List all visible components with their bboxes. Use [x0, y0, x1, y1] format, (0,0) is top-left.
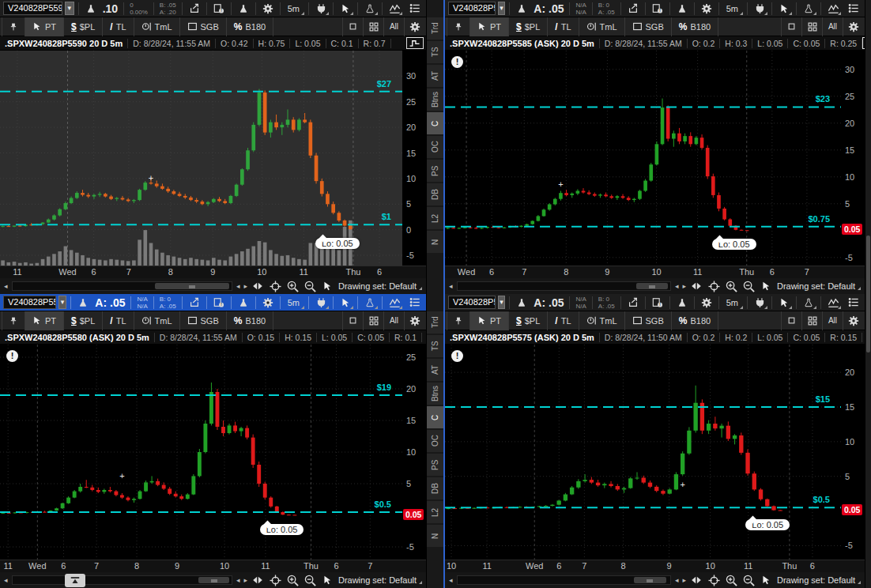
tl-tool-button[interactable]: /TL: [103, 311, 134, 330]
symbol-input[interactable]: V240828P5580: [3, 296, 56, 309]
fit-width-icon[interactable]: [690, 574, 703, 587]
pointer-icon[interactable]: [321, 574, 334, 587]
step-right-icon[interactable]: ▸: [243, 282, 247, 290]
tml-tool-button[interactable]: TmL: [579, 17, 625, 36]
gadget-tab-ts[interactable]: TS: [427, 41, 443, 63]
gadget-tab-db[interactable]: DB: [427, 183, 443, 205]
symbol-input[interactable]: V240828P5590: [3, 2, 62, 15]
chart-scrollbar[interactable]: [12, 281, 232, 291]
sgb-tool-button[interactable]: SGB: [180, 17, 227, 36]
analyze-flask-icon[interactable]: [236, 2, 251, 16]
b180-tool-button[interactable]: %B180: [672, 311, 718, 330]
gadget-tab-at[interactable]: AT: [427, 65, 443, 87]
gadget-tab-at[interactable]: AT: [427, 359, 443, 381]
chart-style-icon[interactable]: [406, 37, 424, 49]
time-axis[interactable]: 11Wed67891011Thu67: [0, 560, 426, 572]
pt-tool-button[interactable]: PT: [470, 17, 509, 36]
timeframe-button[interactable]: 5m: [285, 296, 304, 310]
step-left-icon[interactable]: ◂: [675, 576, 679, 584]
all-button[interactable]: All: [822, 311, 843, 330]
step-left-icon[interactable]: ◂: [236, 576, 240, 584]
gadget-tab-btns[interactable]: Btns: [427, 89, 443, 111]
tml-tool-button[interactable]: TmL: [134, 311, 180, 330]
drawing-flask-icon[interactable]: [801, 296, 816, 310]
settings-gear-icon[interactable]: [699, 2, 715, 16]
timeframe-button[interactable]: 5m: [723, 2, 743, 16]
pin-button[interactable]: [2, 17, 25, 36]
strategy-flask-icon[interactable]: [514, 2, 530, 16]
analyze-flask-icon[interactable]: [674, 296, 690, 310]
detach-button[interactable]: [781, 311, 801, 330]
scroll-left-icon[interactable]: ◂: [449, 282, 453, 290]
symbol-dropdown-button[interactable]: ▾: [498, 296, 505, 309]
chart-menu-icon[interactable]: [846, 2, 862, 16]
tml-tool-button[interactable]: TmL: [579, 311, 625, 330]
b180-tool-button[interactable]: %B180: [227, 311, 273, 330]
connector-icon[interactable]: [313, 2, 329, 16]
app-scrollbar-thumb[interactable]: [866, 236, 870, 353]
gadget-tab-c[interactable]: C: [427, 112, 443, 134]
scrollbar-thumb[interactable]: [636, 283, 668, 289]
zoom-in-icon[interactable]: [725, 280, 738, 293]
connector-icon[interactable]: [313, 296, 329, 310]
timeframe-button[interactable]: 5m: [285, 2, 304, 16]
settings-gear-icon[interactable]: [699, 296, 715, 310]
grid-layout-button[interactable]: [363, 311, 383, 330]
patterns-icon[interactable]: [825, 2, 841, 16]
scrollbar-thumb[interactable]: [198, 577, 229, 583]
news-icon[interactable]: !: [211, 296, 227, 310]
gadget-tab-oc[interactable]: OC: [427, 430, 443, 452]
share-icon[interactable]: [625, 296, 641, 310]
all-button[interactable]: All: [822, 17, 843, 36]
chart-area[interactable]: 252015105-5$19$0.5+ ! 0.05 Lo: 0.05: [0, 345, 426, 560]
all-button[interactable]: All: [383, 17, 404, 36]
time-axis[interactable]: Wed67891011Thu67: [445, 266, 865, 278]
symbol-dropdown-button[interactable]: ▾: [498, 2, 505, 15]
b180-tool-button[interactable]: %B180: [672, 17, 718, 36]
settings-gear-icon[interactable]: [260, 2, 276, 16]
share-icon[interactable]: [187, 296, 202, 310]
gadget-tab-oc[interactable]: OC: [427, 136, 443, 158]
drawing-set-label[interactable]: Drawing set: Default: [777, 281, 861, 291]
sgb-tool-button[interactable]: SGB: [180, 311, 227, 330]
chart-scrollbar[interactable]: [457, 281, 671, 291]
strategy-flask-icon[interactable]: [514, 296, 530, 310]
symbol-input[interactable]: V240828P5585: [448, 2, 496, 15]
settings-gear-icon[interactable]: [260, 296, 276, 310]
gadget-tab-n[interactable]: N: [427, 525, 443, 547]
detach-button[interactable]: [342, 311, 363, 330]
news-icon[interactable]: !: [211, 2, 227, 16]
chart-menu-icon[interactable]: [846, 296, 862, 310]
pin-button[interactable]: [447, 311, 470, 330]
zoom-in-icon[interactable]: [286, 280, 300, 293]
pointer-icon[interactable]: [321, 280, 334, 293]
pt-tool-button[interactable]: PT: [25, 311, 64, 330]
gadget-tab-trd[interactable]: Trd: [427, 311, 443, 334]
detach-button[interactable]: [781, 17, 801, 36]
scrollbar-thumb[interactable]: [634, 577, 666, 583]
pl-tool-button[interactable]: $$PL: [509, 17, 548, 36]
drawing-set-label[interactable]: Drawing set: Default: [338, 281, 422, 291]
step-left-icon[interactable]: ◂: [675, 282, 679, 290]
pin-button[interactable]: [2, 311, 25, 330]
strategy-flask-icon[interactable]: [83, 2, 99, 16]
drawing-flask-icon[interactable]: [362, 296, 378, 310]
gadget-tab-l2[interactable]: L2: [427, 501, 443, 523]
b180-tool-button[interactable]: %B180: [227, 17, 273, 36]
sgb-tool-button[interactable]: SGB: [625, 17, 672, 36]
zoom-out-icon[interactable]: [742, 280, 756, 293]
pl-tool-button[interactable]: $$PL: [64, 311, 103, 330]
zoom-out-icon[interactable]: [304, 574, 317, 587]
warning-icon[interactable]: !: [6, 350, 18, 362]
scrollbar-thumb[interactable]: [155, 283, 229, 289]
analyze-flask-icon[interactable]: [236, 296, 251, 310]
tl-tool-button[interactable]: /TL: [548, 311, 579, 330]
scroll-left-icon[interactable]: ◂: [449, 576, 453, 584]
cursor-tool-icon[interactable]: [776, 2, 792, 16]
detach-button[interactable]: [342, 17, 363, 36]
time-axis[interactable]: 11Wed67891011Thu6: [0, 266, 426, 278]
pin-button[interactable]: [447, 17, 470, 36]
gadget-tab-trd[interactable]: Trd: [427, 17, 443, 40]
symbol-input[interactable]: V240828P5575: [448, 296, 496, 309]
pt-tool-button[interactable]: PT: [25, 17, 64, 36]
